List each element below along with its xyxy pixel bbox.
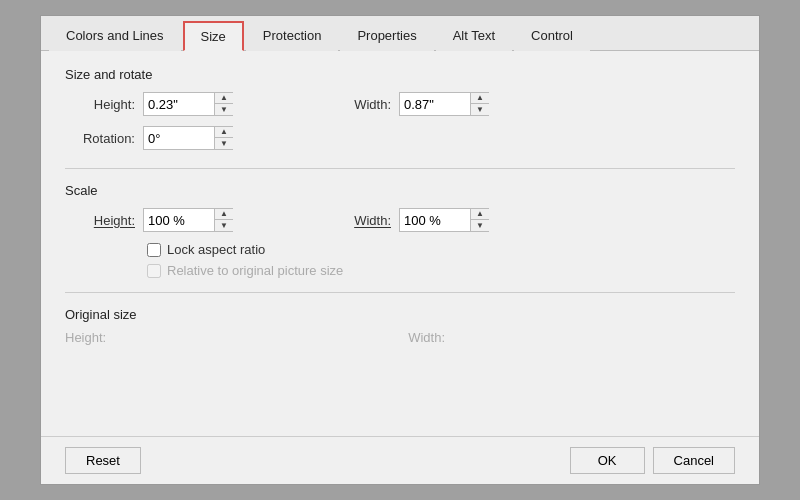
- tab-bar: Colors and Lines Size Protection Propert…: [41, 16, 759, 51]
- height-spinner[interactable]: ▲ ▼: [143, 92, 233, 116]
- original-size-section: Original size Height: Width:: [65, 307, 735, 345]
- width-up-btn[interactable]: ▲: [471, 93, 489, 104]
- scale-width-up-btn[interactable]: ▲: [471, 209, 489, 220]
- size-rotate-title: Size and rotate: [65, 67, 735, 82]
- height-input[interactable]: [144, 95, 214, 114]
- scale-height-spinner-buttons: ▲ ▼: [214, 209, 233, 231]
- rotation-spinner-buttons: ▲ ▼: [214, 127, 233, 149]
- width-spinner[interactable]: ▲ ▼: [399, 92, 489, 116]
- scale-width-spinner-buttons: ▲ ▼: [470, 209, 489, 231]
- rotation-input[interactable]: [144, 129, 214, 148]
- cancel-button[interactable]: Cancel: [653, 447, 735, 474]
- tab-content: Size and rotate Height: ▲ ▼ Width: ▲ ▼: [41, 51, 759, 436]
- width-label: Width:: [321, 97, 391, 112]
- height-down-btn[interactable]: ▼: [215, 104, 233, 115]
- scale-title: Scale: [65, 183, 735, 198]
- lock-aspect-label[interactable]: Lock aspect ratio: [167, 242, 265, 257]
- rotation-spinner[interactable]: ▲ ▼: [143, 126, 233, 150]
- width-spinner-buttons: ▲ ▼: [470, 93, 489, 115]
- rotation-down-btn[interactable]: ▼: [215, 138, 233, 149]
- original-height-field: Height:: [65, 330, 112, 345]
- scale-height-down-btn[interactable]: ▼: [215, 220, 233, 231]
- dialog: Colors and Lines Size Protection Propert…: [40, 15, 760, 485]
- lock-aspect-row: Lock aspect ratio: [147, 242, 735, 257]
- tab-properties[interactable]: Properties: [340, 21, 433, 51]
- scale-width-label: Width:: [321, 213, 391, 228]
- width-input[interactable]: [400, 95, 470, 114]
- tab-control[interactable]: Control: [514, 21, 590, 51]
- ok-button[interactable]: OK: [570, 447, 645, 474]
- relative-original-label: Relative to original picture size: [167, 263, 343, 278]
- original-width-field: Width:: [408, 330, 451, 345]
- scale-width-spinner[interactable]: ▲ ▼: [399, 208, 489, 232]
- divider-1: [65, 168, 735, 169]
- scale-height-input[interactable]: [144, 211, 214, 230]
- size-rotate-section: Size and rotate Height: ▲ ▼ Width: ▲ ▼: [65, 67, 735, 154]
- scale-width-input[interactable]: [400, 211, 470, 230]
- scale-width-down-btn[interactable]: ▼: [471, 220, 489, 231]
- rotation-label: Rotation:: [65, 131, 135, 146]
- tab-protection[interactable]: Protection: [246, 21, 339, 51]
- rotation-up-btn[interactable]: ▲: [215, 127, 233, 138]
- height-spinner-buttons: ▲ ▼: [214, 93, 233, 115]
- scale-height-spinner[interactable]: ▲ ▼: [143, 208, 233, 232]
- width-down-btn[interactable]: ▼: [471, 104, 489, 115]
- tab-colors-lines[interactable]: Colors and Lines: [49, 21, 181, 51]
- scale-section: Scale Height: ▲ ▼ Width: ▲ ▼: [65, 183, 735, 278]
- lock-aspect-checkbox[interactable]: [147, 243, 161, 257]
- original-size-title: Original size: [65, 307, 735, 322]
- divider-2: [65, 292, 735, 293]
- original-height-label: Height:: [65, 330, 106, 345]
- height-label: Height:: [65, 97, 135, 112]
- size-rotate-row2: Rotation: ▲ ▼: [65, 126, 735, 150]
- scale-height-up-btn[interactable]: ▲: [215, 209, 233, 220]
- reset-button[interactable]: Reset: [65, 447, 141, 474]
- relative-original-row: Relative to original picture size: [147, 263, 735, 278]
- original-size-row: Height: Width:: [65, 330, 735, 345]
- relative-original-checkbox[interactable]: [147, 264, 161, 278]
- dialog-footer: Reset OK Cancel: [41, 436, 759, 484]
- tab-alt-text[interactable]: Alt Text: [436, 21, 512, 51]
- tab-size[interactable]: Size: [183, 21, 244, 51]
- size-rotate-row1: Height: ▲ ▼ Width: ▲ ▼: [65, 92, 735, 116]
- original-width-label: Width:: [408, 330, 445, 345]
- scale-height-label: Height:: [65, 213, 135, 228]
- height-up-btn[interactable]: ▲: [215, 93, 233, 104]
- scale-row1: Height: ▲ ▼ Width: ▲ ▼: [65, 208, 735, 232]
